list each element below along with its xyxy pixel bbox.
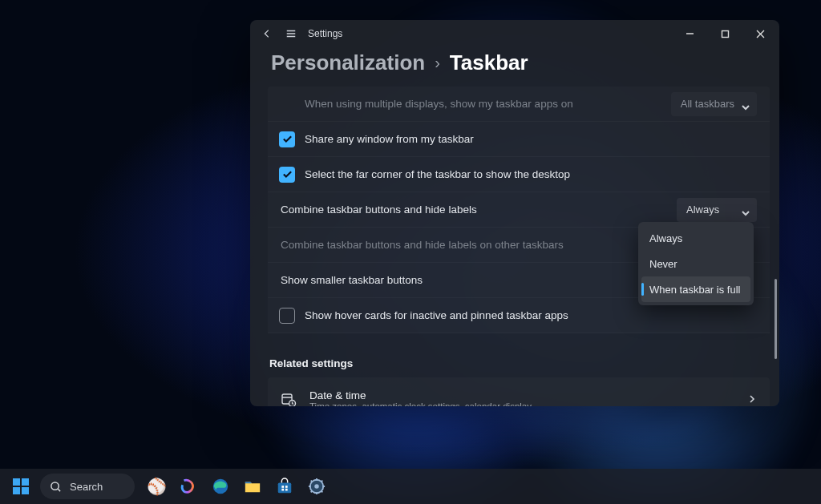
taskbar-store-icon[interactable] (269, 470, 300, 502)
chevron-right-icon (747, 393, 757, 406)
taskbar: Search ⚾ (0, 469, 821, 504)
row-far-corner[interactable]: Select the far corner of the taskbar to … (268, 157, 770, 192)
link-subtitle: Time zones, automatic clock settings, ca… (309, 401, 532, 407)
svg-rect-6 (281, 486, 284, 488)
row-label: Show smaller taskbar buttons (281, 274, 423, 286)
dropdown-multi-displays: All taskbars (671, 92, 757, 116)
search-placeholder: Search (70, 481, 103, 493)
chevron-down-icon (742, 102, 750, 114)
taskbar-sports-icon[interactable]: ⚾ (141, 470, 172, 502)
taskbar-copilot-icon[interactable] (173, 470, 204, 502)
chevron-right-icon: › (435, 54, 440, 72)
breadcrumb-current: Taskbar (450, 50, 528, 75)
hamburger-icon[interactable] (279, 22, 303, 46)
svg-rect-7 (285, 486, 288, 488)
dropdown-combine[interactable]: Always (677, 198, 757, 222)
checkbox-far-corner[interactable] (279, 167, 295, 183)
svg-point-3 (51, 482, 59, 489)
scrollbar[interactable] (774, 279, 777, 359)
back-button[interactable] (255, 22, 279, 46)
link-date-time[interactable]: Date & time Time zones, automatic clock … (268, 377, 770, 406)
svg-rect-8 (281, 489, 284, 491)
row-label: Share any window from my taskbar (305, 133, 474, 145)
taskbar-apps: ⚾ (141, 470, 332, 502)
dropdown-value: Always (686, 204, 719, 216)
calendar-clock-icon (281, 392, 297, 406)
related-settings-heading: Related settings (268, 357, 770, 377)
taskbar-settings-icon[interactable] (301, 470, 332, 502)
settings-window: Settings Personalization › Taskbar When … (250, 20, 779, 406)
svg-rect-9 (285, 489, 288, 491)
close-button[interactable] (742, 22, 778, 46)
windows-logo-icon (13, 478, 29, 494)
row-label: Combine taskbar buttons and hide labels (281, 204, 477, 216)
dropdown-option-when-full[interactable]: When taskbar is full (641, 276, 750, 302)
dropdown-value: All taskbars (681, 98, 734, 110)
dropdown-option-always[interactable]: Always (641, 225, 750, 251)
row-label: Combine taskbar buttons and hide labels … (281, 239, 564, 251)
row-label: Show hover cards for inactive and pinned… (305, 309, 568, 321)
search-icon (50, 481, 62, 493)
window-title: Settings (308, 28, 342, 39)
row-label: When using multiple displays, show my ta… (305, 98, 573, 110)
row-label: Select the far corner of the taskbar to … (305, 168, 570, 180)
breadcrumb: Personalization › Taskbar (250, 47, 779, 87)
taskbar-explorer-icon[interactable] (237, 470, 268, 502)
checkbox-share-window[interactable] (279, 131, 295, 147)
breadcrumb-parent[interactable]: Personalization (271, 50, 425, 75)
row-multi-displays: When using multiple displays, show my ta… (268, 87, 770, 122)
start-button[interactable] (5, 470, 37, 502)
dropdown-option-never[interactable]: Never (641, 251, 750, 276)
titlebar: Settings (250, 20, 779, 47)
combine-dropdown-flyout: Always Never When taskbar is full (638, 222, 754, 305)
taskbar-search[interactable]: Search (40, 474, 135, 499)
row-share-window[interactable]: Share any window from my taskbar (268, 122, 770, 157)
checkbox-hover-cards[interactable] (279, 308, 295, 324)
svg-point-11 (314, 484, 319, 489)
minimize-button[interactable] (672, 22, 707, 46)
svg-rect-5 (278, 482, 292, 493)
svg-rect-0 (722, 30, 728, 37)
link-title: Date & time (309, 389, 532, 401)
chevron-down-icon (742, 208, 750, 220)
taskbar-edge-icon[interactable] (205, 470, 236, 502)
maximize-button[interactable] (707, 22, 742, 46)
